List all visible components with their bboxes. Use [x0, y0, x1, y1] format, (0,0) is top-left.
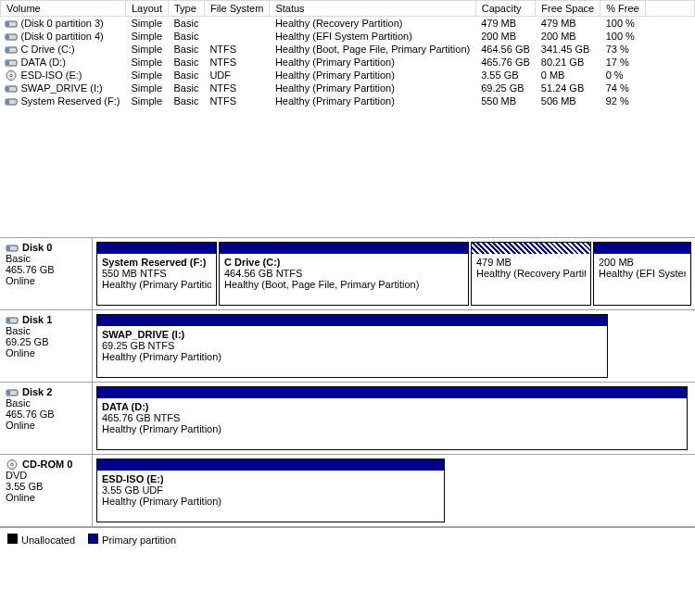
column-header[interactable]: Free Space: [536, 1, 600, 17]
cell-status: Healthy (Recovery Partition): [270, 17, 475, 31]
disk-row[interactable]: Disk 0Basic465.76 GBOnlineSystem Reserve…: [0, 238, 695, 310]
table-row[interactable]: C Drive (C:)SimpleBasicNTFSHealthy (Boot…: [1, 43, 695, 56]
partition-color-bar-icon: [594, 243, 690, 254]
cell-free: 341.45 GB: [536, 43, 600, 56]
partition-color-bar-icon: [97, 459, 444, 471]
partition-title: ESD-ISO (E:): [102, 473, 439, 484]
cd-icon: [6, 459, 19, 470]
svg-rect-11: [6, 87, 9, 91]
disk-row[interactable]: Disk 1Basic69.25 GBOnlineSWAP_DRIVE (I:)…: [0, 310, 695, 383]
cell-capacity: 3.55 GB: [475, 69, 536, 82]
table-row[interactable]: System Reserved (F:)SimpleBasicNTFSHealt…: [1, 94, 695, 107]
table-row[interactable]: ESD-ISO (E:)SimpleBasicUDFHealthy (Prima…: [1, 69, 695, 82]
cell-free: 51.24 GB: [536, 82, 600, 94]
disk-type: DVD: [6, 470, 86, 481]
column-header[interactable]: Capacity: [475, 1, 536, 17]
disk-icon: [6, 387, 19, 397]
partition-title: System Reserved (F:): [102, 257, 211, 268]
partition-title: C Drive (C:): [224, 257, 463, 268]
svg-point-9: [9, 74, 11, 76]
volume-name: DATA (D:): [21, 57, 66, 68]
disk-name: Disk 0: [22, 242, 52, 253]
partition-block[interactable]: 479 MBHealthy (Recovery Partition): [471, 242, 591, 306]
cell-layout: Simple: [125, 43, 168, 56]
disk-name: CD-ROM 0: [22, 459, 72, 470]
column-header[interactable]: Layout: [125, 1, 168, 17]
cell-pct: 100 %: [600, 17, 645, 31]
disk-size: 465.76 GB: [6, 264, 86, 275]
volume-icon: [5, 19, 18, 29]
partition-block[interactable]: SWAP_DRIVE (I:)69.25 GB NTFSHealthy (Pri…: [96, 314, 608, 378]
table-row[interactable]: (Disk 0 partition 3)SimpleBasicHealthy (…: [1, 17, 695, 31]
disk-partitions: DATA (D:)465.76 GB NTFSHealthy (Primary …: [93, 383, 695, 454]
partition-title: SWAP_DRIVE (I:): [102, 329, 602, 340]
svg-point-21: [11, 463, 13, 465]
volume-name: System Reserved (F:): [21, 95, 120, 107]
volume-table[interactable]: VolumeLayoutTypeFile SystemStatusCapacit…: [0, 0, 695, 107]
partition-status: Healthy (Primary Partition): [102, 351, 602, 362]
disk-row[interactable]: Disk 2Basic465.76 GBOnlineDATA (D:)465.7…: [0, 383, 695, 455]
volume-name: SWAP_DRIVE (I:): [21, 82, 103, 94]
disk-size: 465.76 GB: [6, 409, 86, 420]
partition-color-bar-icon: [220, 243, 468, 254]
svg-rect-15: [7, 246, 10, 250]
disk-type: Basic: [6, 253, 86, 264]
cell-layout: Simple: [125, 69, 168, 82]
cell-type: Basic: [169, 69, 205, 82]
partition-size: 550 MB NTFS: [102, 268, 211, 279]
partition-block[interactable]: System Reserved (F:)550 MB NTFSHealthy (…: [96, 242, 217, 306]
disk-icon: [6, 243, 19, 253]
column-header[interactable]: Status: [270, 1, 475, 17]
partition-block[interactable]: ESD-ISO (E:)3.55 GB UDFHealthy (Primary …: [96, 459, 445, 522]
svg-rect-5: [6, 48, 9, 52]
table-row[interactable]: SWAP_DRIVE (I:)SimpleBasicNTFSHealthy (P…: [1, 82, 695, 94]
cell-pct: 0 %: [600, 69, 645, 82]
cell-type: Basic: [169, 43, 205, 56]
volume-name: (Disk 0 partition 3): [21, 18, 104, 29]
cell-free: 80.21 GB: [536, 56, 600, 69]
disk-size: 3.55 GB: [6, 481, 86, 492]
disk-label: CD-ROM 0DVD3.55 GBOnline: [0, 455, 93, 526]
cell-layout: Simple: [125, 56, 168, 69]
spacer: [0, 107, 695, 237]
volume-icon: [5, 44, 18, 55]
volume-name: (Disk 0 partition 4): [21, 31, 104, 42]
cell-capacity: 69.25 GB: [475, 82, 536, 94]
volume-icon: [5, 31, 18, 42]
cell-status: Healthy (Primary Partition): [270, 56, 475, 69]
partition-block[interactable]: DATA (D:)465.76 GB NTFSHealthy (Primary …: [96, 386, 688, 450]
disk-name: Disk 1: [22, 314, 52, 325]
column-header[interactable]: % Free: [600, 1, 645, 17]
partition-block[interactable]: C Drive (C:)464.56 GB NTFSHealthy (Boot,…: [219, 242, 469, 306]
primary-swatch-icon: [88, 534, 98, 544]
cell-layout: Simple: [125, 30, 168, 43]
partition-color-bar-icon: [472, 243, 590, 254]
table-row[interactable]: DATA (D:)SimpleBasicNTFSHealthy (Primary…: [1, 56, 695, 69]
cell-pct: 92 %: [600, 94, 645, 107]
cell-capacity: 550 MB: [475, 94, 536, 107]
disk-partitions: SWAP_DRIVE (I:)69.25 GB NTFSHealthy (Pri…: [93, 310, 695, 382]
column-header[interactable]: Type: [169, 1, 205, 17]
disk-label: Disk 2Basic465.76 GBOnline: [0, 383, 93, 454]
column-header[interactable]: Volume: [1, 1, 126, 17]
partition-color-bar-icon: [97, 243, 216, 254]
partition-status: Healthy (Boot, Page File, Primary Partit…: [224, 279, 463, 290]
disk-type: Basic: [6, 325, 86, 336]
partition-color-bar-icon: [97, 387, 687, 398]
cell-free: 506 MB: [536, 94, 600, 107]
column-header[interactable]: File System: [204, 1, 269, 17]
svg-rect-17: [7, 319, 10, 322]
cell-status: Healthy (Primary Partition): [270, 69, 475, 82]
disk-row[interactable]: CD-ROM 0DVD3.55 GBOnlineESD-ISO (E:)3.55…: [0, 455, 695, 527]
cell-layout: Simple: [125, 94, 168, 107]
disk-graphical-view: Disk 0Basic465.76 GBOnlineSystem Reserve…: [0, 237, 695, 527]
table-row[interactable]: (Disk 0 partition 4)SimpleBasicHealthy (…: [1, 30, 695, 43]
cell-type: Basic: [169, 17, 205, 31]
cell-status: Healthy (EFI System Partition): [270, 30, 475, 43]
volume-table-header: VolumeLayoutTypeFile SystemStatusCapacit…: [1, 1, 695, 17]
cell-free: 479 MB: [536, 17, 600, 31]
partition-size: 69.25 GB NTFS: [102, 340, 602, 351]
cell-fs: UDF: [204, 69, 269, 82]
partition-status: Healthy (Primary Partition): [102, 279, 211, 290]
partition-block[interactable]: 200 MBHealthy (EFI System Partition): [593, 242, 691, 306]
